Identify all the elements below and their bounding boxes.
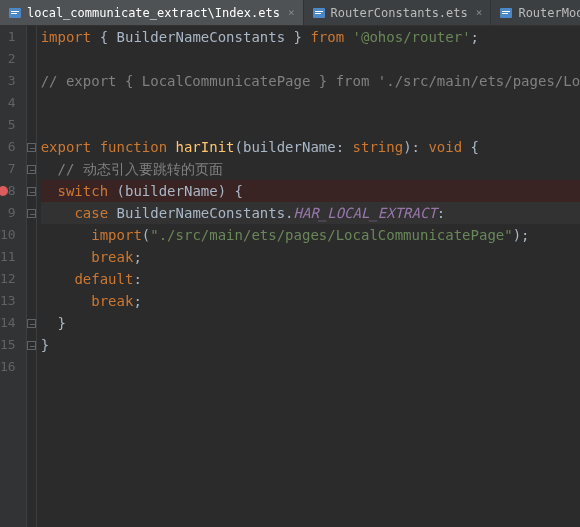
code-line[interactable]: break; bbox=[41, 246, 580, 268]
code-line[interactable]: switch (builderName) { bbox=[41, 180, 580, 202]
line-number[interactable]: 11 bbox=[0, 246, 16, 268]
file-icon bbox=[312, 6, 326, 20]
line-number[interactable]: 14 bbox=[0, 312, 16, 334]
svg-rect-8 bbox=[502, 13, 508, 14]
breakpoint-icon[interactable] bbox=[0, 186, 8, 196]
fold-toggle-icon[interactable] bbox=[27, 187, 36, 196]
svg-rect-7 bbox=[502, 11, 510, 12]
code-line[interactable]: import { BuilderNameConstants } from '@o… bbox=[41, 26, 580, 48]
svg-rect-4 bbox=[315, 11, 323, 12]
line-number[interactable]: 13 bbox=[0, 290, 16, 312]
tab-index-ets[interactable]: local_communicate_extract\Index.ets × bbox=[0, 0, 304, 25]
close-icon[interactable]: × bbox=[288, 6, 295, 19]
code-line[interactable] bbox=[41, 356, 580, 378]
file-icon bbox=[8, 6, 22, 20]
line-number[interactable]: 3 bbox=[0, 70, 16, 92]
file-icon bbox=[499, 6, 513, 20]
code-line[interactable]: } bbox=[41, 312, 580, 334]
line-number[interactable]: 5 bbox=[0, 114, 16, 136]
fold-toggle-icon[interactable] bbox=[27, 165, 36, 174]
line-number[interactable]: 10 bbox=[0, 224, 16, 246]
code-line[interactable]: } bbox=[41, 334, 580, 356]
code-area[interactable]: import { BuilderNameConstants } from '@o… bbox=[37, 26, 580, 527]
code-line[interactable]: default: bbox=[41, 268, 580, 290]
line-number[interactable]: 4 bbox=[0, 92, 16, 114]
svg-rect-5 bbox=[315, 13, 321, 14]
code-line[interactable]: // 动态引入要跳转的页面 bbox=[41, 158, 580, 180]
tab-bar: local_communicate_extract\Index.ets × Ro… bbox=[0, 0, 580, 26]
tab-label: RouterModule.ets bbox=[518, 6, 580, 20]
editor: 1 2 3 4 5 6 7 8 9 10 11 12 13 14 15 16 i… bbox=[0, 26, 580, 527]
line-number[interactable]: 8 bbox=[0, 180, 16, 202]
fold-toggle-icon[interactable] bbox=[27, 209, 36, 218]
code-line[interactable] bbox=[41, 48, 580, 70]
code-line[interactable] bbox=[41, 92, 580, 114]
tab-router-module[interactable]: RouterModule.ets × bbox=[491, 0, 580, 25]
line-number[interactable]: 12 bbox=[0, 268, 16, 290]
tab-router-constants[interactable]: RouterConstants.ets × bbox=[304, 0, 492, 25]
line-number[interactable]: 9 bbox=[0, 202, 16, 224]
svg-rect-2 bbox=[11, 13, 17, 14]
fold-toggle-icon[interactable] bbox=[27, 143, 36, 152]
code-line[interactable] bbox=[41, 114, 580, 136]
fold-column bbox=[27, 26, 37, 527]
gutter[interactable]: 1 2 3 4 5 6 7 8 9 10 11 12 13 14 15 16 bbox=[0, 26, 27, 527]
code-line[interactable]: case BuilderNameConstants.HAR_LOCAL_EXTR… bbox=[41, 202, 580, 224]
line-number[interactable]: 15 bbox=[0, 334, 16, 356]
code-line[interactable]: export function harInit(builderName: str… bbox=[41, 136, 580, 158]
line-number[interactable]: 1 bbox=[0, 26, 16, 48]
line-number[interactable]: 7 bbox=[0, 158, 16, 180]
fold-toggle-icon[interactable] bbox=[27, 319, 36, 328]
code-line[interactable]: // export { LocalCommunicatePage } from … bbox=[41, 70, 580, 92]
code-line[interactable]: break; bbox=[41, 290, 580, 312]
line-number[interactable]: 6 bbox=[0, 136, 16, 158]
line-number[interactable]: 2 bbox=[0, 48, 16, 70]
tab-label: RouterConstants.ets bbox=[331, 6, 468, 20]
code-line[interactable]: import("./src/main/ets/pages/LocalCommun… bbox=[41, 224, 580, 246]
line-number[interactable]: 16 bbox=[0, 356, 16, 378]
fold-toggle-icon[interactable] bbox=[27, 341, 36, 350]
svg-rect-1 bbox=[11, 11, 19, 12]
tab-label: local_communicate_extract\Index.ets bbox=[27, 6, 280, 20]
close-icon[interactable]: × bbox=[476, 6, 483, 19]
